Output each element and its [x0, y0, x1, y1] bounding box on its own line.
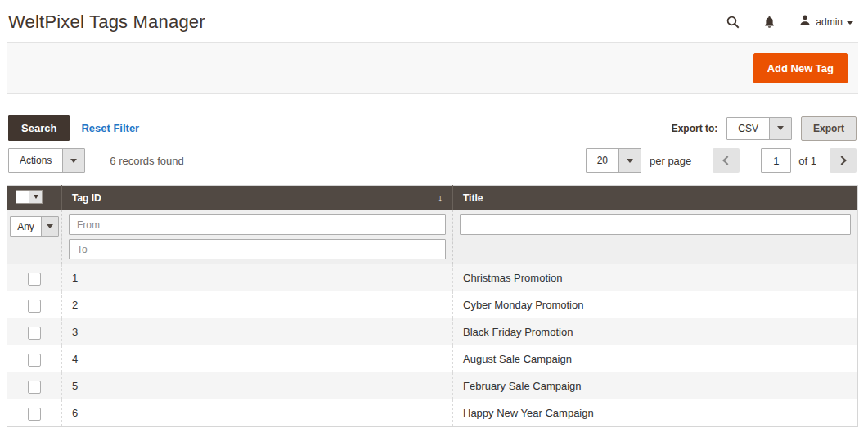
table-row[interactable]: 3 Black Friday Promotion	[7, 318, 858, 345]
export-group: Export to: CSV Export	[672, 116, 857, 141]
tag-id-cell: 6	[62, 399, 453, 427]
row-checkbox[interactable]	[28, 273, 41, 286]
chevron-down-icon	[847, 21, 853, 25]
export-format-value: CSV	[727, 118, 769, 139]
table-row[interactable]: 2 Cyber Monday Promotion	[7, 291, 858, 318]
actions-value: Actions	[9, 149, 62, 172]
row-checkbox[interactable]	[28, 354, 41, 367]
row-checkbox[interactable]	[28, 381, 41, 394]
tag-id-to-input[interactable]	[69, 239, 446, 259]
actions-select[interactable]: Actions	[8, 148, 85, 173]
select-all-header	[7, 186, 62, 210]
current-page-input[interactable]	[761, 148, 791, 173]
actions-caret[interactable]	[62, 149, 84, 172]
add-new-tag-button[interactable]: Add New Tag	[753, 53, 848, 83]
tag-id-from-input[interactable]	[69, 214, 446, 235]
caret-down-icon	[70, 159, 77, 163]
table-row[interactable]: 4 August Sale Campaign	[7, 345, 858, 372]
pagination: 20 per page of 1	[586, 148, 857, 173]
caret-down-icon	[777, 126, 784, 130]
title-cell: Happy New Year Campaign	[453, 399, 858, 427]
tag-id-cell: 3	[62, 318, 453, 345]
row-select-cell	[7, 318, 62, 345]
per-page-caret[interactable]	[618, 149, 641, 172]
grid-controls: Actions 6 records found 20 per page of 1	[7, 148, 858, 173]
export-button[interactable]: Export	[801, 116, 857, 141]
tag-id-cell: 1	[62, 264, 453, 291]
title-cell: Christmas Promotion	[453, 264, 858, 291]
row-select-cell	[7, 264, 62, 291]
previous-page-button[interactable]	[713, 148, 740, 173]
tag-id-cell: 5	[62, 372, 453, 399]
reset-filter-link[interactable]: Reset Filter	[81, 122, 139, 134]
mass-select-filter-value: Any	[11, 217, 41, 236]
per-page-value: 20	[587, 149, 618, 172]
tag-id-column-label: Tag ID	[72, 192, 101, 204]
mass-select-filter[interactable]: Any	[10, 216, 59, 237]
tags-manager-page: WeltPixel Tags Manager	[0, 0, 868, 427]
mass-select-dropdown[interactable]	[16, 190, 43, 204]
tags-grid: Tag ID ↓ Title Any	[7, 185, 858, 427]
row-select-cell	[7, 345, 62, 372]
next-page-button[interactable]	[830, 148, 857, 173]
total-pages-label: of 1	[798, 155, 816, 167]
tag-id-cell: 2	[62, 291, 453, 318]
page-header: WeltPixel Tags Manager	[7, 0, 858, 38]
caret-down-icon	[47, 224, 53, 228]
mass-select-filter-cell: Any	[7, 210, 62, 264]
select-all-checkbox[interactable]	[16, 191, 29, 203]
tag-id-filter-cell	[62, 210, 453, 264]
global-search-button[interactable]	[726, 15, 740, 29]
row-select-cell	[7, 399, 62, 427]
table-row[interactable]: 5 February Sale Campaign	[7, 372, 858, 399]
admin-user-menu[interactable]: admin	[798, 14, 853, 30]
export-format-caret[interactable]	[769, 118, 791, 139]
mass-select-caret[interactable]	[29, 191, 42, 203]
chevron-right-icon	[837, 156, 846, 165]
caret-down-icon	[627, 159, 633, 163]
table-row[interactable]: 6 Happy New Year Campaign	[7, 399, 858, 427]
table-row[interactable]: 1 Christmas Promotion	[7, 264, 858, 291]
title-cell: August Sale Campaign	[453, 345, 858, 372]
caret-down-icon	[34, 195, 38, 199]
page-title: WeltPixel Tags Manager	[8, 11, 205, 33]
title-cell: Cyber Monday Promotion	[453, 291, 858, 318]
column-header-tag-id[interactable]: Tag ID ↓	[62, 186, 453, 210]
grid-header-row: Tag ID ↓ Title	[7, 186, 858, 210]
row-checkbox[interactable]	[28, 408, 41, 421]
chevron-left-icon	[723, 156, 732, 165]
title-cell: Black Friday Promotion	[453, 318, 858, 345]
row-select-cell	[7, 291, 62, 318]
row-checkbox[interactable]	[28, 300, 41, 313]
export-to-label: Export to:	[672, 123, 718, 134]
per-page-label: per page	[650, 155, 691, 167]
sort-descending-icon[interactable]: ↓	[438, 192, 443, 204]
search-button[interactable]: Search	[8, 115, 70, 141]
admin-username: admin	[816, 16, 843, 28]
user-icon	[798, 14, 812, 30]
mass-select-filter-caret[interactable]	[41, 217, 58, 236]
title-column-label: Title	[463, 192, 483, 204]
row-checkbox[interactable]	[28, 327, 41, 340]
bell-icon	[762, 15, 776, 29]
title-filter-input[interactable]	[460, 214, 851, 235]
page-actions-band: Add New Tag	[7, 42, 858, 94]
filter-bar: Search Reset Filter Export to: CSV Expor…	[7, 115, 858, 141]
title-filter-cell	[453, 210, 858, 264]
records-found-text: 6 records found	[110, 155, 183, 167]
grid-filter-row: Any	[7, 210, 858, 264]
search-icon	[726, 15, 740, 29]
notifications-button[interactable]	[762, 15, 776, 29]
tag-id-cell: 4	[62, 345, 453, 372]
export-format-select[interactable]: CSV	[726, 117, 792, 140]
header-actions: admin	[726, 14, 853, 30]
title-cell: February Sale Campaign	[453, 372, 858, 399]
per-page-select[interactable]: 20	[586, 148, 641, 173]
column-header-title[interactable]: Title	[453, 186, 858, 210]
row-select-cell	[7, 372, 62, 399]
